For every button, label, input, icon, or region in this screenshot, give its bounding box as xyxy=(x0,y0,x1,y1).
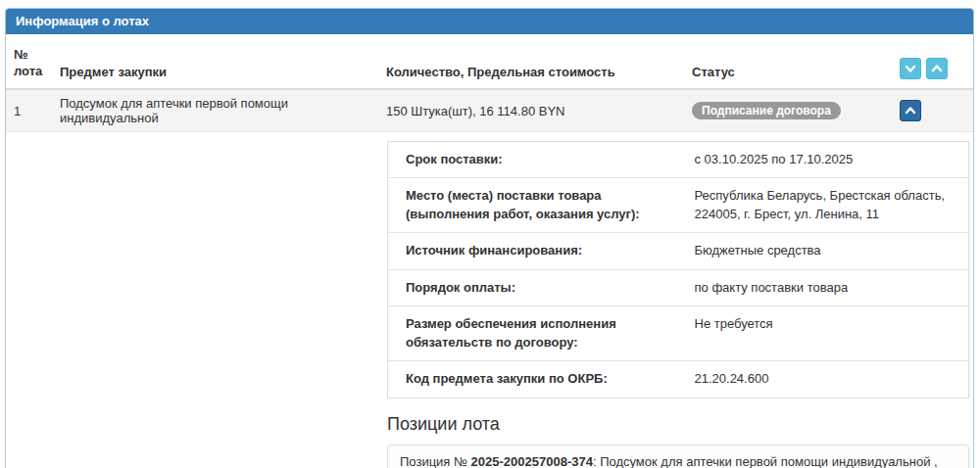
detail-row-security-amount: Размер обеспечения исполнения обязательс… xyxy=(388,306,969,361)
lots-table: № лота Предмет закупки Количество, Преде… xyxy=(6,34,973,132)
status-badge: Подписание договора xyxy=(692,102,841,119)
page: Информация о лотах № лота Предмет закупк… xyxy=(0,0,980,468)
lot-details-section: Срок поставки: с 03.10.2025 по 17.10.202… xyxy=(387,141,969,468)
detail-row-okrb-code: Код предмета закупки по ОКРБ: 21.20.24.6… xyxy=(388,361,969,398)
lot-actions-cell xyxy=(892,89,973,132)
detail-row-funding-source: Источник финансирования: Бюджетные средс… xyxy=(388,233,969,269)
detail-row-delivery-period: Срок поставки: с 03.10.2025 по 17.10.202… xyxy=(388,142,969,178)
lot-quantity-cell: 150 Штука(шт), 16 114.80 BYN xyxy=(378,89,684,132)
lot-status-cell: Подписание договора xyxy=(684,89,892,132)
chevron-up-icon xyxy=(930,62,944,75)
position-name: : Подсумок для аптечки первой помощи инд… xyxy=(593,454,938,468)
detail-row-delivery-place: Место (места) поставки товара (выполнени… xyxy=(388,178,969,233)
expand-all-button[interactable] xyxy=(900,58,921,79)
column-header-status: Статус xyxy=(684,34,892,89)
position-item: Позиция № 2025-200257008-374: Подсумок д… xyxy=(387,445,969,468)
column-header-lot-number: № лота xyxy=(6,34,52,89)
collapse-lot-details-button[interactable] xyxy=(900,100,921,121)
column-header-quantity: Количество, Предельная стоимость xyxy=(378,34,684,89)
positions-section-title: Позиции лота xyxy=(387,414,969,435)
chevron-up-icon xyxy=(904,104,917,117)
lot-row: 1 Подсумок для аптечки первой помощи инд… xyxy=(6,89,973,132)
lots-info-panel: Информация о лотах № лота Предмет закупк… xyxy=(5,8,974,468)
detail-row-payment-order: Порядок оплаты: по факту поставки товара xyxy=(388,269,969,305)
lot-details-table: Срок поставки: с 03.10.2025 по 17.10.202… xyxy=(387,141,969,398)
collapse-all-button[interactable] xyxy=(926,58,948,79)
chevron-down-icon xyxy=(904,62,917,75)
position-prefix: Позиция № xyxy=(400,454,471,468)
lot-subject-cell: Подсумок для аптечки первой помощи индив… xyxy=(52,89,378,132)
lot-number-cell: 1 xyxy=(6,89,52,132)
column-header-actions xyxy=(892,34,973,89)
column-header-subject: Предмет закупки xyxy=(52,34,378,89)
lots-table-header-row: № лота Предмет закупки Количество, Преде… xyxy=(6,34,973,89)
panel-title: Информация о лотах xyxy=(6,9,973,34)
position-number: 2025-200257008-374 xyxy=(471,454,593,468)
